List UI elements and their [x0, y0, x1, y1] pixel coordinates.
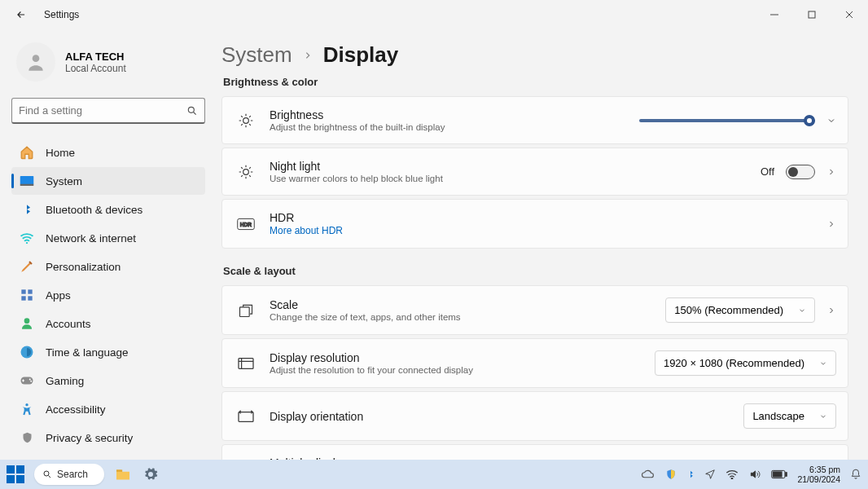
taskbar-search[interactable]: Search — [34, 464, 104, 485]
maximize-button[interactable] — [793, 0, 831, 29]
orientation-icon — [237, 408, 255, 425]
close-button[interactable] — [831, 0, 868, 29]
nav-label: Bluetooth & devices — [46, 204, 142, 216]
chevron-right-icon[interactable] — [826, 306, 836, 315]
chevron-right-icon[interactable] — [826, 219, 836, 229]
row-resolution[interactable]: Display resolution Adjust the resolution… — [221, 338, 848, 388]
row-title: Scale — [270, 298, 665, 311]
back-button[interactable] — [13, 7, 29, 23]
brightness-icon — [237, 112, 255, 130]
orientation-dropdown[interactable]: Landscape — [743, 403, 836, 429]
search-box[interactable] — [11, 98, 205, 124]
search-input[interactable] — [19, 104, 186, 117]
svg-rect-11 — [28, 296, 32, 300]
svg-point-3 — [188, 107, 194, 112]
row-scale[interactable]: Scale Change the size of text, apps, and… — [221, 285, 848, 335]
section-scale: Scale & layout — [223, 265, 848, 277]
svg-point-16 — [30, 381, 32, 382]
sidebar-item-accounts[interactable]: Accounts — [11, 310, 205, 337]
svg-point-2 — [33, 55, 40, 62]
row-multi-displays[interactable]: Multiple displays Choose the presentatio… — [221, 444, 848, 460]
toggle-label: Off — [761, 165, 774, 178]
user-name: ALFA TECH — [65, 51, 126, 63]
row-title: Night light — [270, 160, 761, 173]
svg-point-17 — [25, 403, 28, 406]
slider-thumb[interactable] — [804, 115, 815, 126]
nav-label: Accounts — [46, 318, 91, 330]
sidebar-item-bluetooth[interactable]: Bluetooth & devices — [11, 196, 205, 223]
battery-tray-icon[interactable] — [771, 469, 787, 479]
content: System Display Brightness & color Bright… — [217, 29, 868, 460]
bluetooth-icon — [20, 202, 34, 217]
sidebar-item-privacy[interactable]: Privacy & security — [11, 424, 205, 452]
explorer-icon[interactable] — [114, 465, 132, 483]
home-icon — [20, 145, 34, 160]
personalization-icon — [20, 259, 34, 274]
sidebar-item-gaming[interactable]: Gaming — [11, 367, 205, 394]
time: 6:35 pm — [797, 465, 840, 474]
accessibility-icon — [20, 402, 34, 416]
chevron-down-icon — [798, 306, 806, 315]
clock[interactable]: 6:35 pm 21/09/2024 — [797, 465, 840, 484]
chevron-right-icon — [304, 50, 312, 61]
volume-tray-icon[interactable] — [748, 469, 761, 480]
row-orientation[interactable]: Display orientation Landscape — [221, 391, 848, 441]
sidebar-item-network[interactable]: Network & internet — [11, 224, 205, 252]
nav-label: Apps — [46, 289, 71, 302]
user-account-type: Local Account — [65, 63, 126, 74]
sidebar-item-personalization[interactable]: Personalization — [11, 253, 205, 280]
location-tray-icon[interactable] — [704, 469, 716, 480]
svg-rect-10 — [21, 296, 25, 300]
sidebar-item-apps[interactable]: Apps — [11, 281, 205, 309]
taskbar-search-label: Search — [57, 469, 88, 480]
system-icon — [20, 174, 34, 188]
svg-line-28 — [49, 476, 51, 478]
page-title: Display — [323, 42, 399, 68]
sidebar-item-system[interactable]: System — [11, 167, 205, 195]
start-button[interactable] — [7, 465, 24, 483]
minimize-button[interactable] — [756, 0, 793, 29]
nav-label: Accessibility — [46, 403, 106, 416]
notifications-tray-icon[interactable] — [850, 468, 861, 481]
sidebar-item-time[interactable]: Time & language — [11, 338, 205, 366]
window-controls — [756, 0, 868, 29]
svg-point-12 — [24, 318, 30, 324]
breadcrumb-parent[interactable]: System — [221, 42, 292, 68]
privacy-icon — [20, 430, 34, 445]
onedrive-icon[interactable] — [641, 469, 655, 479]
svg-rect-32 — [786, 473, 787, 477]
chevron-down-icon[interactable] — [826, 116, 836, 126]
svg-point-18 — [243, 117, 249, 123]
svg-point-15 — [29, 379, 31, 381]
scale-dropdown[interactable]: 150% (Recommended) — [665, 297, 815, 323]
hdr-link[interactable]: More about HDR — [270, 225, 826, 236]
row-brightness[interactable]: Brightness Adjust the brightness of the … — [221, 96, 848, 144]
sidebar-item-accessibility[interactable]: Accessibility — [11, 395, 205, 423]
svg-point-27 — [44, 471, 49, 476]
window-title: Settings — [44, 9, 79, 20]
bluetooth-tray-icon[interactable] — [686, 468, 695, 481]
nightlight-toggle[interactable] — [786, 165, 815, 179]
profile-block[interactable]: ALFA TECH Local Account — [11, 37, 205, 95]
chevron-right-icon[interactable] — [826, 167, 836, 177]
section-brightness: Brightness & color — [223, 76, 848, 88]
resolution-dropdown[interactable]: 1920 × 1080 (Recommended) — [655, 350, 836, 376]
nav-label: Privacy & security — [46, 432, 133, 444]
avatar — [16, 42, 55, 82]
wifi-tray-icon[interactable] — [726, 469, 739, 479]
row-subtitle: Change the size of text, apps, and other… — [270, 312, 665, 322]
sidebar-item-home[interactable]: Home — [11, 139, 205, 166]
row-title: Display resolution — [270, 351, 655, 364]
svg-rect-5 — [20, 176, 34, 185]
svg-rect-29 — [116, 469, 122, 471]
nav-label: Gaming — [46, 375, 84, 387]
svg-point-30 — [732, 478, 734, 479]
svg-rect-6 — [20, 184, 34, 186]
row-subtitle: Use warmer colors to help block blue lig… — [270, 174, 761, 183]
settings-taskbar-icon[interactable] — [142, 465, 160, 483]
row-nightlight[interactable]: Night light Use warmer colors to help bl… — [221, 148, 848, 196]
row-hdr[interactable]: HDR HDR More about HDR — [221, 199, 848, 249]
brightness-slider[interactable] — [639, 119, 815, 122]
svg-rect-33 — [774, 472, 783, 477]
security-tray-icon[interactable] — [665, 468, 677, 481]
